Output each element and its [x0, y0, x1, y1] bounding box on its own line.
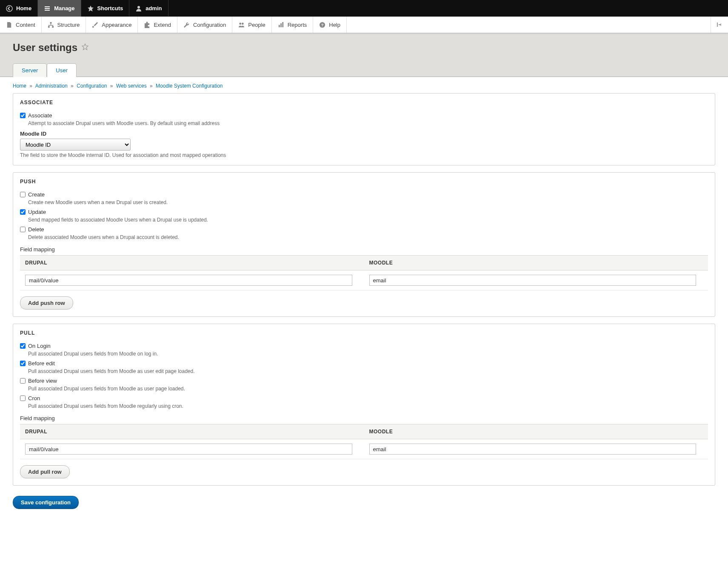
toolbar-manage-label: Manage	[54, 5, 74, 11]
svg-rect-4	[52, 26, 54, 28]
breadcrumb-home[interactable]: Home	[13, 83, 26, 89]
push-update-checkbox[interactable]	[20, 209, 26, 215]
pull-drupal-input[interactable]	[25, 444, 352, 455]
svg-point-0	[6, 6, 12, 11]
push-update-label[interactable]: Update	[20, 209, 46, 215]
back-arrow-icon	[6, 5, 13, 12]
pull-login-checkbox[interactable]	[20, 343, 26, 349]
svg-point-6	[240, 23, 242, 25]
star-icon	[87, 5, 94, 12]
menu-structure[interactable]: Structure	[42, 17, 86, 33]
svg-rect-14	[719, 24, 721, 25]
toolbar-home[interactable]: Home	[0, 0, 38, 17]
associate-desc: Attempt to associate Drupal users with M…	[28, 120, 708, 126]
fieldset-associate: ASSOCIATE Associate Attempt to associate…	[13, 93, 715, 165]
push-delete-checkbox[interactable]	[20, 227, 26, 232]
breadcrumb-admin[interactable]: Administration	[35, 83, 68, 89]
menu-people[interactable]: People	[232, 17, 271, 33]
puzzle-icon	[144, 22, 150, 28]
svg-rect-8	[279, 25, 280, 27]
toolbar-shortcuts[interactable]: Shortcuts	[81, 0, 130, 17]
moodle-id-hint: The field to store the Moodle internal I…	[20, 152, 708, 158]
associate-checkbox[interactable]	[20, 113, 26, 118]
breadcrumb: Home » Administration » Configuration » …	[0, 77, 728, 93]
add-push-row-button[interactable]: Add push row	[20, 296, 73, 310]
svg-rect-10	[282, 22, 283, 27]
people-icon	[238, 22, 245, 28]
svg-rect-9	[280, 23, 282, 27]
push-delete-label[interactable]: Delete	[20, 226, 44, 233]
push-drupal-input[interactable]	[25, 275, 352, 286]
toolbar-primary: Home Manage Shortcuts admin	[0, 0, 728, 17]
push-moodle-input[interactable]	[369, 275, 697, 286]
user-icon	[135, 5, 142, 12]
pull-mapping-table: DRUPAL MOODLE	[20, 424, 708, 459]
tab-server[interactable]: Server	[13, 63, 47, 77]
breadcrumb-config[interactable]: Configuration	[77, 83, 107, 89]
pull-login-label[interactable]: On Login	[20, 343, 51, 349]
menu-reports[interactable]: Reports	[272, 17, 314, 33]
toolbar-user[interactable]: admin	[129, 0, 168, 17]
menu-appearance[interactable]: Appearance	[86, 17, 138, 33]
legend-push: PUSH	[13, 173, 715, 189]
svg-rect-2	[50, 22, 51, 23]
push-col-moodle: MOODLE	[364, 256, 708, 270]
table-row	[20, 270, 708, 290]
wrench-icon	[183, 22, 190, 28]
page-title: User settings	[13, 42, 715, 54]
moodle-id-select[interactable]: Moodle ID	[20, 139, 131, 151]
menu-configuration[interactable]: Configuration	[177, 17, 232, 33]
tray-orientation-toggle[interactable]	[711, 17, 728, 33]
pull-col-moodle: MOODLE	[364, 424, 708, 439]
pull-before-view-label[interactable]: Before view	[20, 378, 57, 384]
question-icon: ?	[319, 22, 325, 28]
pull-before-edit-checkbox[interactable]	[20, 361, 26, 366]
moodle-id-label: Moodle ID	[20, 131, 708, 137]
pull-mapping-label: Field mapping	[20, 415, 708, 421]
main-content: ASSOCIATE Associate Attempt to associate…	[0, 93, 728, 522]
add-pull-row-button[interactable]: Add pull row	[20, 465, 70, 478]
fieldset-push: PUSH Create Create new Moodle users when…	[13, 172, 715, 317]
region-header: User settings Server User	[0, 33, 728, 77]
pull-cron-label[interactable]: Cron	[20, 395, 40, 401]
table-row	[20, 439, 708, 459]
toolbar-admin-menu: Content Structure Appearance Extend Conf…	[0, 17, 728, 33]
paintbrush-icon	[92, 22, 98, 28]
toolbar-manage[interactable]: Manage	[38, 0, 81, 17]
pull-cron-checkbox[interactable]	[20, 395, 26, 401]
menu-extend[interactable]: Extend	[138, 17, 177, 33]
svg-text:?: ?	[321, 23, 324, 27]
legend-associate: ASSOCIATE	[13, 94, 715, 110]
menu-help[interactable]: ? Help	[313, 17, 347, 33]
toolbar-user-label: admin	[146, 5, 162, 11]
legend-pull: PULL	[13, 324, 715, 340]
pull-col-drupal: DRUPAL	[20, 424, 364, 439]
pull-moodle-input[interactable]	[369, 444, 697, 455]
bar-chart-icon	[278, 22, 284, 28]
favorite-star-icon[interactable]	[82, 43, 89, 52]
svg-point-1	[137, 6, 140, 9]
tray-toggle-icon	[716, 21, 723, 28]
pull-before-edit-label[interactable]: Before edit	[20, 360, 55, 367]
breadcrumb-msc[interactable]: Moodle System Configuration	[156, 83, 223, 89]
file-icon	[6, 22, 12, 28]
hierarchy-icon	[48, 22, 54, 28]
associate-checkbox-label[interactable]: Associate	[20, 112, 52, 119]
save-configuration-button[interactable]: Save configuration	[13, 496, 79, 509]
push-create-label[interactable]: Create	[20, 191, 45, 198]
pull-before-view-checkbox[interactable]	[20, 378, 26, 384]
menu-content[interactable]: Content	[0, 17, 42, 33]
fieldset-pull: PULL On Login Pull associated Drupal use…	[13, 324, 715, 486]
push-col-drupal: DRUPAL	[20, 256, 364, 270]
toolbar-home-label: Home	[16, 5, 31, 11]
svg-rect-13	[717, 23, 718, 27]
svg-rect-3	[48, 26, 49, 28]
hamburger-icon	[44, 5, 51, 12]
svg-point-7	[242, 23, 244, 25]
push-mapping-label: Field mapping	[20, 246, 708, 253]
tab-user[interactable]: User	[47, 63, 76, 77]
breadcrumb-ws[interactable]: Web services	[116, 83, 147, 89]
push-create-checkbox[interactable]	[20, 192, 26, 197]
primary-tabs: Server User	[13, 63, 715, 77]
svg-point-5	[92, 26, 94, 28]
